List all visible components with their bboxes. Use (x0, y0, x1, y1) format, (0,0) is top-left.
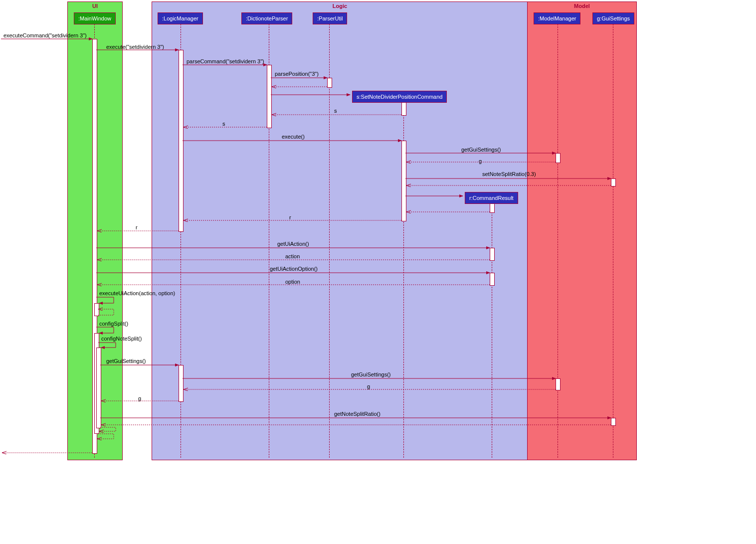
label-m24: g (138, 395, 141, 401)
label-m19: configSplit() (99, 321, 128, 327)
act-gsettings-1 (611, 179, 616, 186)
model-box: Model (527, 1, 637, 460)
act-sndpc-2 (401, 141, 406, 221)
label-m13: r (136, 224, 138, 230)
act-parser-1 (267, 65, 272, 128)
participant-parserutil: :ParserUtil (313, 12, 347, 24)
label-m15: action (285, 253, 300, 259)
participant-logicmgr: :LogicManager (158, 12, 203, 24)
ui-box-title: UI (68, 3, 122, 9)
lifeline-parserutil (329, 24, 330, 458)
label-m22: getGuiSettings() (351, 371, 390, 377)
logic-box: Logic (152, 1, 528, 460)
act-logicmgr-2 (179, 365, 184, 402)
label-m16: getUiActionOption() (270, 266, 318, 272)
participant-parser: :DictionoteParser (241, 12, 292, 24)
act-cr-2 (490, 248, 495, 261)
label-m6: s (334, 108, 337, 114)
participant-guisettings: g:GuiSettings (592, 12, 634, 24)
act-modelmgr-2 (556, 378, 561, 390)
label-m14: getUiAction() (277, 241, 309, 247)
act-modelmgr-1 (556, 153, 561, 163)
act-gsettings-2 (611, 418, 616, 426)
label-m4: parsePosition("3") (275, 71, 319, 77)
act-parserutil-1 (327, 78, 332, 88)
lifeline-commandresult (492, 202, 492, 458)
sequence-diagram: UI Logic Model :MainWindow :LogicManager… (0, 0, 638, 464)
label-m12ret: r (289, 214, 291, 220)
label-m20: configNoteSplit() (101, 336, 142, 342)
model-box-title: Model (528, 3, 636, 9)
participant-sndpc: s:SetNoteDividerPositionCommand (352, 91, 447, 103)
participant-commandresult: r:CommandResult (465, 192, 518, 204)
label-m7: s (222, 121, 225, 127)
label-m18: executeUiAction(action, option) (99, 290, 175, 296)
label-m11: setNoteSplitRatio(0.3) (482, 171, 536, 177)
label-m10: g (479, 158, 482, 164)
label-m9: getGuiSettings() (461, 147, 501, 153)
label-m21: getGuiSettings() (106, 358, 146, 364)
participant-mainwindow: :MainWindow (74, 12, 116, 24)
lifeline-guisettings (613, 24, 613, 458)
label-m3: parseCommand("setdividern 3") (187, 58, 264, 64)
act-logicmgr-1 (179, 50, 184, 232)
label-m8: execute() (282, 134, 305, 140)
label-m23: g (367, 383, 370, 389)
participant-modelmgr: :ModelManager (534, 12, 580, 24)
lifeline-modelmgr (558, 24, 558, 458)
act-mainwindow-4 (96, 348, 101, 428)
label-m1: executeCommand("setdividern 3") (3, 32, 87, 38)
act-cr-3 (490, 273, 495, 286)
act-mainwindow-2 (94, 303, 99, 316)
label-m25: getNoteSplitRatio() (334, 411, 380, 417)
label-m17: option (285, 279, 300, 285)
label-m2: execute("setdividern 3") (106, 44, 164, 50)
logic-box-title: Logic (152, 3, 528, 9)
